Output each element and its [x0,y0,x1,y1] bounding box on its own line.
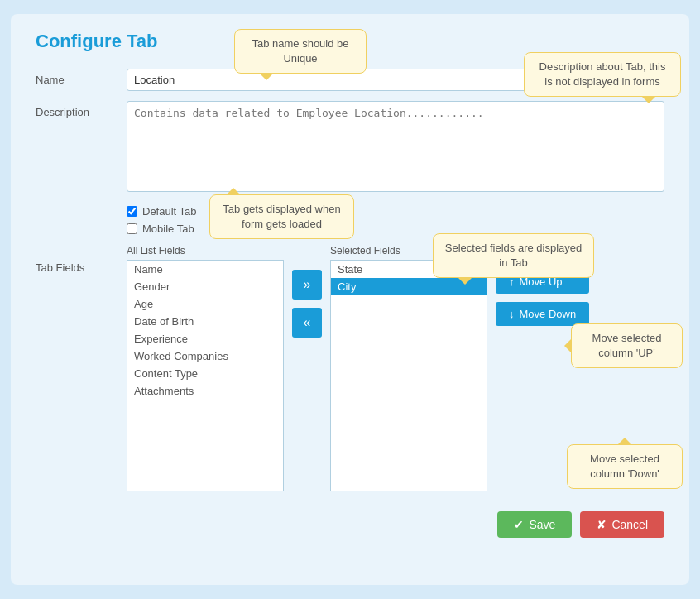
description-label: Description [36,101,127,118]
selected-fields-wrap: Seleicted Fields StateCity [330,245,487,491]
list-item[interactable]: Worked Companies [127,347,283,365]
default-tab-row: Default Tab [127,205,664,218]
list-item[interactable]: Gender [127,278,283,295]
name-field-wrap [127,69,664,91]
mobile-tab-row: Mobile Tab [127,223,664,235]
cancel-label: Cancel [611,518,648,531]
list-item[interactable]: Experience [127,330,283,347]
list-item[interactable]: Name [127,261,283,278]
default-tab-checkbox[interactable] [127,206,137,217]
save-label: Save [529,518,555,531]
list-item[interactable]: Content Type [127,365,283,382]
all-list-fields-wrap: All List Fields NameGenderAgeDate of Bir… [127,245,284,491]
configure-tab-dialog: Configure Tab Tab name should be Unique … [11,14,689,585]
mobile-tab-label[interactable]: Mobile Tab [142,223,194,235]
all-list-fields-label: All List Fields [127,245,284,256]
name-input[interactable] [127,69,664,91]
move-down-label: Move Down [520,308,577,320]
move-left-button[interactable]: « [292,308,322,338]
list-item[interactable]: Attachments [127,382,283,400]
selected-fields-label: Seleicted Fields [330,245,487,256]
save-icon: ✔ [514,518,524,531]
move-up-label: Move Up [520,276,563,288]
cancel-icon: ✘ [597,518,607,531]
move-updown-buttons: ↑ Move Up ↓ Move Down [496,245,589,326]
save-button[interactable]: ✔ Save [497,511,572,538]
cancel-button[interactable]: ✘ Cancel [580,511,664,538]
footer: ✔ Save ✘ Cancel [36,511,664,538]
move-right-button[interactable]: » [292,270,322,300]
tab-fields-label: Tab Fields [36,245,127,274]
description-field-wrap [127,101,664,195]
move-down-button[interactable]: ↓ Move Down [496,302,589,326]
transfer-buttons: » « [292,245,322,338]
name-label: Name [36,69,127,86]
description-textarea[interactable] [127,101,664,192]
all-list-fields-listbox[interactable]: NameGenderAgeDate of BirthExperienceWork… [127,260,284,491]
move-up-button[interactable]: ↑ Move Up [496,270,589,294]
list-item[interactable]: State [331,261,487,278]
tab-fields-section: Tab Fields All List Fields NameGenderAge… [36,245,664,491]
move-up-icon: ↑ [509,276,515,288]
description-row: Description [36,101,664,195]
mobile-tab-checkbox[interactable] [127,223,137,234]
fields-content: All List Fields NameGenderAgeDate of Bir… [127,245,589,491]
default-tab-label[interactable]: Default Tab [142,205,197,218]
list-item[interactable]: Age [127,295,283,313]
dialog-title: Configure Tab [36,31,664,52]
name-row: Name [36,69,664,91]
move-down-icon: ↓ [509,308,515,320]
checkboxes-section: Default Tab Mobile Tab [127,205,664,235]
list-item[interactable]: Date of Birth [127,313,283,330]
selected-fields-listbox[interactable]: StateCity [330,260,487,491]
list-item[interactable]: City [331,278,487,295]
